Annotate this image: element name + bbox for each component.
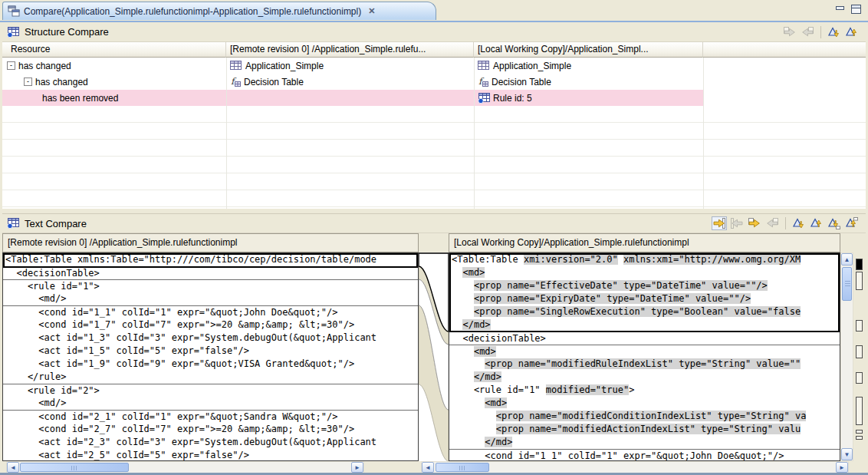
next-change-icon[interactable]: [827, 216, 842, 230]
remote-element-cell: Application_Simple: [226, 58, 474, 74]
code-line[interactable]: <act id="2_3" colId="3" expr="System.deb…: [3, 436, 418, 449]
code-line[interactable]: <prop name="ExpiryDate" type="DateTime" …: [449, 292, 840, 305]
code-line[interactable]: <cond id="2_7" colId="7" expr=">=20 &amp…: [3, 423, 418, 436]
structure-tree-row[interactable]: has been removedRule id: 5: [2, 90, 866, 106]
code-line[interactable]: </md>: [449, 371, 840, 384]
code-line[interactable]: <prop name="modifiedConditionIndexList" …: [449, 410, 840, 423]
code-line[interactable]: <md>: [449, 345, 840, 358]
next-difference-icon[interactable]: [791, 216, 807, 230]
overview-mark[interactable]: [856, 397, 863, 425]
copy-all-right-icon[interactable]: [712, 216, 727, 230]
code-line[interactable]: <rule id="2">: [3, 384, 418, 397]
copy-current-right-icon[interactable]: [747, 216, 762, 230]
tab-close-icon[interactable]: ✕: [368, 6, 375, 16]
code-line[interactable]: <Table:Table xmlns:Table="http:///com/ti…: [3, 253, 418, 266]
scroll-up-icon[interactable]: ▲: [841, 253, 853, 266]
copy-current-left-icon: [800, 25, 815, 39]
column-header-resource[interactable]: Resource: [2, 42, 226, 58]
overview-mark[interactable]: [856, 320, 863, 332]
code-line[interactable]: <cond id="1_1" colId="1" expr="&quot;Joh…: [3, 305, 418, 318]
scroll-left-icon[interactable]: ◄: [7, 462, 19, 473]
structure-compare-tree: Resource [Remote revision 0] /Applicatio…: [2, 42, 866, 209]
column-header-local[interactable]: [Local Working Copy]/Application_Simpl..…: [474, 42, 703, 58]
local-element-label: Rule id: 5: [493, 93, 532, 104]
code-line[interactable]: <md/>: [3, 292, 418, 305]
copy-current-right-icon: [782, 25, 797, 39]
code-line[interactable]: <cond id="1_1" colId="1" expr="&quot;Joh…: [449, 449, 840, 461]
next-difference-icon[interactable]: [827, 25, 842, 39]
vertical-scrollbar[interactable]: ▲ ▼: [840, 252, 853, 461]
resource-status-label: has changed: [35, 77, 88, 87]
left-horizontal-scrollbar[interactable]: ◄ ►: [6, 461, 364, 473]
column-header-remote[interactable]: [Remote revision 0] /Application_Simple.…: [226, 42, 474, 58]
code-line[interactable]: <rule id="1">: [3, 279, 418, 292]
code-line[interactable]: <prop name="modifiedActionIndexList" typ…: [449, 423, 840, 436]
left-horizontal-scroll-thumb[interactable]: [20, 463, 129, 472]
function-icon: f: [478, 77, 488, 87]
collapse-toggle-icon[interactable]: -: [24, 78, 32, 86]
code-line[interactable]: <act id="2_5" colId="5" expr="false"/>: [3, 449, 418, 461]
overview-mark[interactable]: [856, 345, 863, 358]
overview-ruler: [854, 252, 866, 461]
overview-mark[interactable]: [856, 272, 863, 290]
structure-compare-icon: [7, 27, 19, 38]
empty-tree-row: [2, 190, 866, 207]
minimize-icon[interactable]: [835, 5, 845, 13]
maximize-icon[interactable]: [851, 5, 861, 14]
code-line[interactable]: <cond id="1_7" colId="7" expr=">=20 &amp…: [3, 318, 418, 332]
remote-element-cell: fDecision Table: [226, 74, 474, 90]
code-line[interactable]: <act id="1_9" colId="9" expr="&quot;VISA…: [3, 358, 418, 371]
code-line[interactable]: <act id="1_5" colId="5" expr="false"/>: [3, 345, 418, 358]
collapse-toggle-icon[interactable]: -: [7, 61, 15, 70]
compare-editor-tab[interactable]: Compare(Application_Simple.rulefunctioni…: [2, 2, 436, 20]
copy-current-left-icon: [764, 216, 780, 230]
code-line[interactable]: </md>: [449, 318, 840, 332]
code-line[interactable]: </md>: [449, 436, 840, 449]
structure-tree-row[interactable]: -has changedfDecision TablefDecision Tab…: [2, 74, 866, 90]
previous-difference-icon[interactable]: [844, 25, 860, 39]
previous-change-icon[interactable]: [844, 216, 860, 230]
code-line[interactable]: <rule id="1" modified="true">: [449, 384, 840, 397]
structure-compare-title: Structure Compare: [25, 26, 109, 38]
scroll-down-icon[interactable]: ▼: [841, 448, 853, 460]
overview-mark[interactable]: [856, 430, 863, 434]
remote-code-pane[interactable]: <Table:Table xmlns:Table="http:///com/ti…: [2, 252, 419, 461]
table-icon: [478, 61, 490, 71]
resource-status-label: has changed: [18, 61, 71, 71]
code-line[interactable]: <prop name="EffectiveDate" type="DateTim…: [449, 279, 840, 292]
code-line[interactable]: <decisionTable>: [449, 332, 840, 345]
structure-table-header: Resource [Remote revision 0] /Applicatio…: [2, 42, 866, 58]
code-line[interactable]: <Table:Table xmi:version="2.0" xmlns:xmi…: [449, 253, 840, 266]
right-horizontal-scroll-thumb[interactable]: [436, 463, 489, 472]
code-line[interactable]: <decisionTable>: [3, 266, 418, 279]
right-horizontal-scrollbar[interactable]: ◄ ►: [421, 461, 849, 473]
structure-tree-row[interactable]: -has changedApplication_SimpleApplicatio…: [2, 58, 866, 74]
overview-mark-current[interactable]: [856, 259, 863, 270]
remote-element-label: Application_Simple: [245, 61, 324, 71]
code-line[interactable]: <md/>: [3, 397, 418, 410]
left-pane-title: [Remote revision 0] /Application_Simple.…: [2, 233, 419, 252]
window-buttons: [835, 5, 861, 14]
local-code-pane[interactable]: <Table:Table xmi:version="2.0" xmlns:xmi…: [449, 252, 840, 461]
local-element-label: Decision Table: [492, 77, 551, 87]
code-line[interactable]: </rule>: [3, 371, 418, 384]
code-line[interactable]: <act id="1_3" colId="3" expr="System.deb…: [3, 332, 418, 345]
vertical-scroll-thumb[interactable]: [842, 267, 852, 301]
diff-connector-gutter: [419, 252, 449, 461]
code-line[interactable]: <prop name="SingleRowExecution" type="Bo…: [449, 305, 840, 318]
code-line[interactable]: <md>: [449, 397, 840, 410]
toolbar-separator: [785, 217, 786, 229]
overview-mark[interactable]: [856, 436, 863, 440]
code-line[interactable]: <prop name="modifiedRuleIndexList" type=…: [449, 358, 840, 371]
text-compare-title: Text Compare: [25, 218, 87, 229]
previous-difference-icon[interactable]: [809, 216, 824, 230]
scroll-right-icon[interactable]: ►: [836, 462, 848, 473]
empty-tree-row: [2, 173, 866, 190]
empty-tree-row: [2, 106, 866, 123]
code-line[interactable]: <md>: [449, 266, 840, 279]
overview-mark[interactable]: [856, 372, 863, 384]
table-icon: [230, 61, 242, 71]
scroll-right-icon[interactable]: ►: [351, 462, 363, 473]
scroll-left-icon[interactable]: ◄: [422, 462, 434, 473]
code-line[interactable]: <cond id="2_1" colId="1" expr="&quot;San…: [3, 410, 418, 423]
